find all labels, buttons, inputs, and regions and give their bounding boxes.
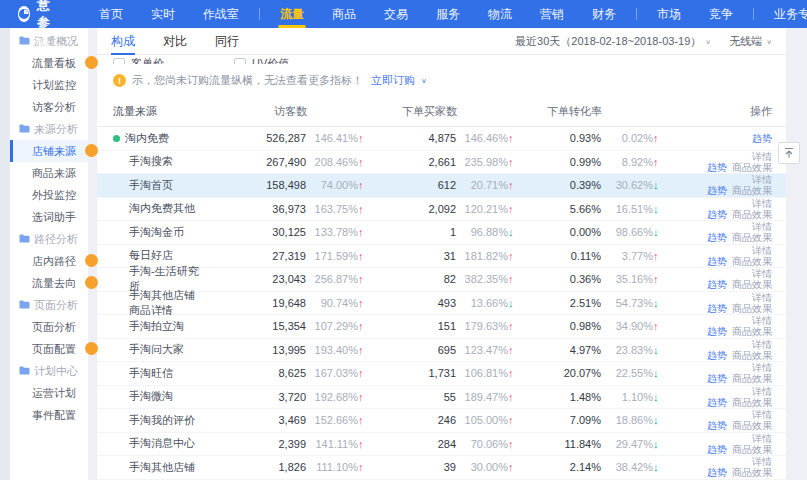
action-trend[interactable]: 趋势 [707,162,727,173]
table-row[interactable]: 手淘搜索267,490208.46%↑2,661235.98%↑0.99%8.9… [97,151,786,175]
action-effect[interactable]: 商品效果 [732,444,772,455]
table-row[interactable]: 淘内免费其他36,973163.75%↑2,092120.21%↑5.66%16… [97,198,786,222]
action-detail[interactable]: 详情 [752,174,772,185]
tab-构成[interactable]: 构成 [111,28,135,55]
action-detail[interactable]: 详情 [752,245,772,256]
action-trend[interactable]: 趋势 [707,373,727,384]
table-row[interactable]: 手淘拍立淘15,354107.29%↑151179.63%↑0.98%34.90… [97,315,786,339]
action-effect[interactable]: 商品效果 [732,420,772,431]
nav-item-竞争[interactable]: 竞争 [695,0,747,28]
action-trend[interactable]: 趋势 [707,232,727,243]
table-row[interactable]: 淘内免费526,287146.41%↑4,875146.46%↑0.93%0.0… [97,127,786,151]
sidebar-item-计划监控[interactable]: 计划监控 [10,74,88,96]
arrow-down-icon: ↓ [653,438,664,450]
action-detail[interactable]: 详情 [752,292,772,303]
action-effect[interactable]: 商品效果 [732,467,772,478]
action-effect[interactable]: 商品效果 [732,232,772,243]
nav-item-流量[interactable]: 流量 [266,0,318,28]
right-scrollbar-rail[interactable] [786,28,807,480]
action-trend[interactable]: 趋势 [707,256,727,267]
action-detail[interactable]: 详情 [752,456,772,467]
sidebar-item-店铺来源[interactable]: 店铺来源 [10,140,88,162]
nav-item-交易[interactable]: 交易 [370,0,422,28]
nav-item-首页[interactable]: 首页 [85,0,137,28]
sidebar-section-路径分析[interactable]: 路径分析 [10,228,88,250]
table-row[interactable]: 手淘淘金币30,125133.78%↑196.88%↓0.00%98.66%↓详… [97,221,786,245]
arrow-up-icon: ↑ [358,367,369,379]
sidebar-item-运营计划[interactable]: 运营计划 [10,382,88,404]
date-range-selector[interactable]: 最近30天（2018-02-18~2018-03-19） ∨ [515,34,711,49]
table-row[interactable]: 手淘问大家13,995193.40%↑695123.47%↑4.97%23.83… [97,339,786,363]
table-row[interactable]: 手淘旺信8,625167.03%↑1,731106.81%↑20.07%22.5… [97,362,786,386]
sidebar-item-选词助手[interactable]: 选词助手 [10,206,88,228]
action-detail[interactable]: 详情 [752,268,772,279]
table-row[interactable]: 手淘我的评价3,469152.66%↑246105.00%↑7.09%18.86… [97,409,786,433]
action-trend[interactable]: 趋势 [707,279,727,290]
sidebar-section-来源分析[interactable]: 来源分析 [10,118,88,140]
action-detail[interactable]: 详情 [752,362,772,373]
action-trend[interactable]: 趋势 [707,420,727,431]
action-detail[interactable]: 详情 [752,409,772,420]
action-effect[interactable]: 商品效果 [732,373,772,384]
table-row[interactable]: 手淘消息中心2,399141.11%↑28470.06%↑11.84%29.47… [97,433,786,457]
nav-item-财务[interactable]: 财务 [578,0,630,28]
action-effect[interactable]: 商品效果 [732,256,772,267]
action-detail[interactable]: 详情 [752,386,772,397]
nav-item-服务[interactable]: 服务 [422,0,474,28]
action-detail[interactable]: 详情 [752,221,772,232]
action-trend[interactable]: 趋势 [707,444,727,455]
checkbox-UV价值[interactable]: UV价值 [234,56,289,64]
checkbox-客单价[interactable]: 客单价 [113,56,164,64]
action-effect[interactable]: 商品效果 [732,350,772,361]
action-detail[interactable]: 详情 [752,339,772,350]
table-row[interactable]: 手淘其他店铺商品详情19,64890.74%↑49313.66%↓2.51%54… [97,292,786,316]
action-detail[interactable]: 详情 [752,315,772,326]
action-trend[interactable]: 趋势 [707,185,727,196]
action-detail[interactable]: 详情 [752,198,772,209]
nav-item-营销[interactable]: 营销 [526,0,578,28]
action-effect[interactable]: 商品效果 [732,279,772,290]
table-row[interactable]: 手淘其他店铺1,826111.10%↑3930.00%↑2.14%38.42%↓… [97,456,786,480]
tab-同行[interactable]: 同行 [215,28,239,55]
nav-item-市场[interactable]: 市场 [643,0,695,28]
nav-item-物流[interactable]: 物流 [474,0,526,28]
sidebar-item-页面分析[interactable]: 页面分析 [10,316,88,338]
sidebar-section-页面分析[interactable]: 页面分析 [10,294,88,316]
sidebar-section-计划中心[interactable]: 计划中心 [10,360,88,382]
action-effect[interactable]: 商品效果 [732,209,772,220]
action-detail[interactable]: 详情 [752,151,772,162]
nav-item-作战室[interactable]: 作战室 [189,0,253,28]
action-trend[interactable]: 趋势 [752,133,772,144]
sidebar-item-页面配置[interactable]: 页面配置 [10,338,88,360]
table-row[interactable]: 手淘首页158,49874.00%↑61220.71%↑0.39%30.62%↓… [97,174,786,198]
table-row[interactable]: 手淘微淘3,720192.68%↑55189.47%↑1.48%1.10%↓详情… [97,386,786,410]
action-trend[interactable]: 趋势 [707,467,727,478]
back-to-top-button[interactable] [778,142,800,164]
sidebar-item-外投监控[interactable]: 外投监控 [10,184,88,206]
sidebar-item-访客分析[interactable]: 访客分析 [10,96,88,118]
action-trend[interactable]: 趋势 [707,350,727,361]
nav-item-业务专区[interactable]: 业务专区 [760,0,807,28]
action-trend[interactable]: 趋势 [707,209,727,220]
subscribe-link[interactable]: 立即订购 [371,73,415,88]
sidebar-item-事件配置[interactable]: 事件配置 [10,404,88,426]
action-effect[interactable]: 商品效果 [732,397,772,408]
sidebar-item-商品来源[interactable]: 商品来源 [10,162,88,184]
sidebar-item-流量看板[interactable]: 流量看板 [10,52,88,74]
nav-item-实时[interactable]: 实时 [137,0,189,28]
action-detail[interactable]: 详情 [752,433,772,444]
tab-对比[interactable]: 对比 [163,28,187,55]
action-effect[interactable]: 商品效果 [732,326,772,337]
terminal-selector[interactable]: 无线端 ∨ [729,34,772,49]
action-trend[interactable]: 趋势 [707,326,727,337]
sidebar-item-流量去向[interactable]: 流量去向 [10,272,88,294]
nav-item-商品[interactable]: 商品 [318,0,370,28]
action-trend[interactable]: 趋势 [707,397,727,408]
action-effect[interactable]: 商品效果 [732,303,772,314]
brand[interactable]: 生意参谋 [18,0,55,50]
action-effect[interactable]: 商品效果 [732,162,772,173]
metric-change-pct: 29.47% [601,438,653,450]
action-effect[interactable]: 商品效果 [732,185,772,196]
action-trend[interactable]: 趋势 [707,303,727,314]
sidebar-item-店内路径[interactable]: 店内路径 [10,250,88,272]
